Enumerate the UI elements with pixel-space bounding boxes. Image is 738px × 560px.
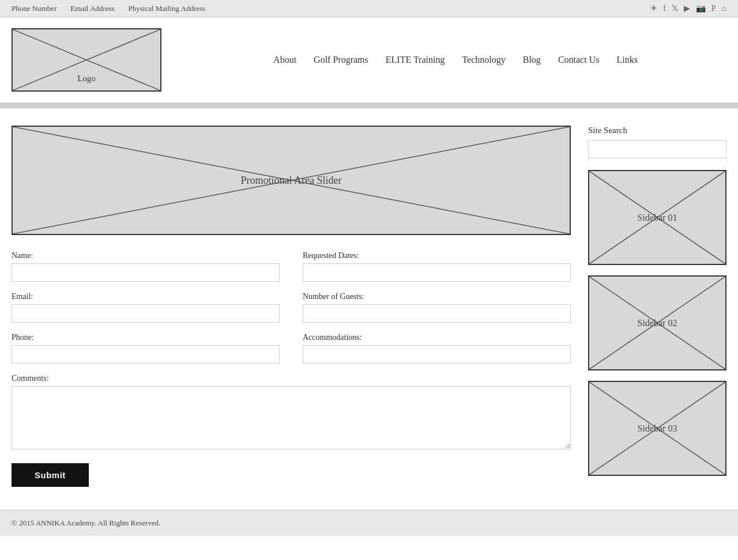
contact-form: Name: Email: Phone: Requested Dates: [12,251,571,487]
top-bar-icons: ✈ f 𝕏 ▶ 📷 P ⌂ [650,3,726,13]
phone-label: Phone: [12,333,280,342]
nav-elite-training[interactable]: ELITE Training [386,55,445,65]
sidebar-widget-1-label: Sidebar 01 [638,213,677,223]
email-input[interactable] [12,304,280,323]
phone-number-label: Phone Number [12,4,57,13]
sidebar-widget-2: Sidebar 02 [588,275,726,370]
requested-dates-input[interactable] [303,263,571,282]
phone-input[interactable] [12,345,280,364]
main-nav: About Golf Programs ELITE Training Techn… [184,55,726,65]
site-search-label: Site Search [588,126,726,135]
footer: © 2015 ANNIKA Academy. All Rights Reserv… [0,510,738,536]
top-bar-left: Phone Number Email Address Physical Mail… [12,4,205,13]
promo-slider: Promotional Area Slider [12,126,571,235]
mailing-address-label: Physical Mailing Address [129,4,206,13]
num-guests-input[interactable] [303,304,571,323]
sidebar-widget-1: Sidebar 01 [588,170,726,265]
footer-text: © 2015 ANNIKA Academy. All Rights Reserv… [12,519,160,527]
instagram-icon[interactable]: 📷 [696,3,706,13]
facebook-icon[interactable]: f [663,4,666,13]
header: Logo About Golf Programs ELITE Training … [0,17,738,104]
separator [0,104,738,108]
comments-label: Comments: [12,374,571,383]
accommodations-input[interactable] [303,345,571,364]
site-search-input[interactable] [588,140,726,158]
rss-icon[interactable]: ⌂ [722,4,726,13]
pinterest-icon[interactable]: P [711,4,716,13]
main-content: Promotional Area Slider Name: Email: Pho… [12,126,571,487]
nav-links[interactable]: Links [616,55,637,65]
sidebar-widget-3-label: Sidebar 03 [638,423,677,434]
num-guests-label: Number of Guests: [303,292,571,301]
sidebar: Site Search Sidebar 01 Sidebar 02 Sideba… [588,126,726,487]
requested-dates-label: Requested Dates: [303,251,571,260]
email-label: Email: [12,292,280,301]
tripadvisor-icon[interactable]: ✈ [650,3,657,13]
submit-button[interactable]: Submit [12,463,89,487]
accommodations-label: Accommodations: [303,333,571,342]
name-label: Name: [12,251,280,260]
sidebar-widget-2-label: Sidebar 02 [638,318,677,328]
nav-golf-programs[interactable]: Golf Programs [314,55,368,65]
name-input[interactable] [12,263,280,282]
comments-textarea[interactable] [12,386,571,449]
nav-blog[interactable]: Blog [523,55,541,65]
logo-text: Logo [77,74,96,84]
nav-technology[interactable]: Technology [462,55,505,65]
youtube-icon[interactable]: ▶ [684,3,690,13]
content-wrapper: Promotional Area Slider Name: Email: Pho… [0,108,738,504]
sidebar-widget-3: Sidebar 03 [588,381,726,476]
logo-area: Logo [12,28,161,92]
nav-about[interactable]: About [273,55,296,65]
email-address-label: Email Address [70,4,114,13]
top-bar: Phone Number Email Address Physical Mail… [0,0,738,17]
twitter-icon[interactable]: 𝕏 [672,3,678,13]
nav-contact-us[interactable]: Contact Us [558,55,600,65]
promo-slider-label: Promotional Area Slider [241,175,342,187]
